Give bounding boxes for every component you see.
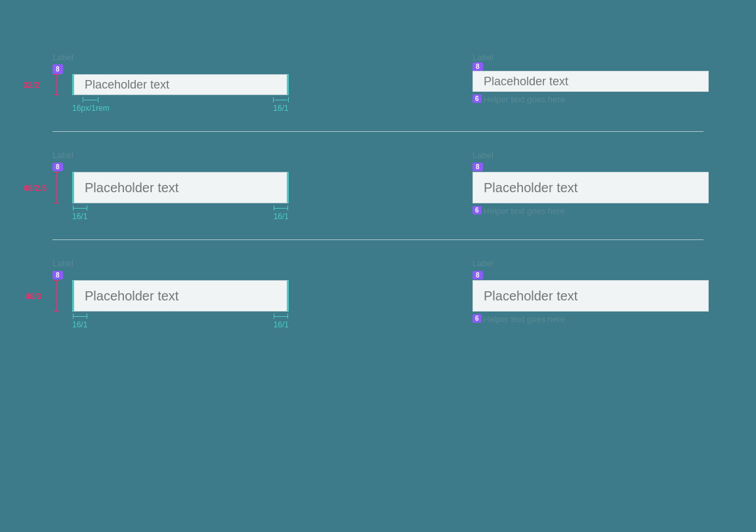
helper-spacing-badge-3: 6 [472, 314, 482, 323]
padding-annotations-1: 16px/1rem 16/1 [72, 97, 289, 113]
input-3-left[interactable] [72, 280, 289, 312]
field-label-3-right: Label [472, 258, 722, 268]
dim-label-2: 48/2.5 [23, 183, 47, 193]
page-container: Label 8 32/2 [0, 0, 756, 532]
height-bracket-2 [54, 172, 59, 203]
dim-label-1: 32/2 [23, 80, 39, 90]
height-bracket-1 [54, 74, 59, 95]
input-1-right[interactable] [472, 71, 709, 92]
pad-left-label-2: 16/1 [72, 212, 87, 221]
pad-left-label-1: 16px/1rem [72, 104, 110, 113]
field-label-1-right: Label [472, 52, 722, 62]
col-left-1: Label 8 32/2 [52, 52, 354, 113]
padding-annotations-3: 16/1 16/1 [72, 314, 289, 329]
spacing-badge-1-left: 8 [52, 64, 63, 74]
field-label-2-right: Label [472, 150, 722, 160]
col-right-2: Label 8 6 Helper text goes here [472, 150, 722, 216]
pad-left-label-3: 16/1 [72, 320, 87, 329]
col-left-2: Label 8 48/2.5 [52, 150, 354, 221]
helper-text-2: Helper text goes here [484, 206, 565, 216]
spacing-badge-3-left: 8 [52, 271, 63, 279]
row-3: Label 8 48/3 [52, 258, 704, 329]
divider-1 [52, 131, 704, 132]
pad-right-label-1: 16/1 [273, 104, 288, 113]
col-right-1: Label 8 6 Helper text goes here [472, 52, 722, 104]
helper-spacing-badge-2: 6 [472, 206, 482, 215]
helper-spacing-badge-1: 6 [472, 94, 482, 103]
field-label-1-left: Label [52, 52, 74, 62]
dim-label-3: 48/3 [25, 291, 41, 301]
helper-text-3: Helper text goes here [484, 314, 565, 324]
field-label-3-left: Label [52, 258, 354, 268]
spacing-badge-2-left: 8 [52, 163, 63, 171]
spacing-badge-2-right: 8 [472, 163, 483, 171]
height-bracket-3 [54, 280, 59, 312]
col-left-3: Label 8 48/3 [52, 258, 354, 329]
row-2: Label 8 48/2.5 [52, 150, 704, 221]
input-3-right[interactable] [472, 280, 709, 312]
spacing-badge-1-right: 8 [472, 62, 483, 71]
pad-right-label-3: 16/1 [274, 320, 289, 329]
input-2-right[interactable] [472, 172, 709, 203]
row-1: Label 8 32/2 [52, 52, 704, 113]
input-2-left[interactable] [72, 172, 289, 203]
field-label-2-left: Label [52, 150, 354, 160]
pad-right-label-2: 16/1 [274, 212, 289, 221]
col-right-3: Label 8 6 Helper text goes here [472, 258, 722, 324]
padding-annotations-2: 16/1 16/1 [72, 205, 289, 221]
input-1-left[interactable] [72, 74, 289, 95]
divider-2 [52, 239, 704, 240]
spacing-badge-3-right: 8 [472, 271, 483, 279]
helper-text-1: Helper text goes here [484, 94, 565, 104]
